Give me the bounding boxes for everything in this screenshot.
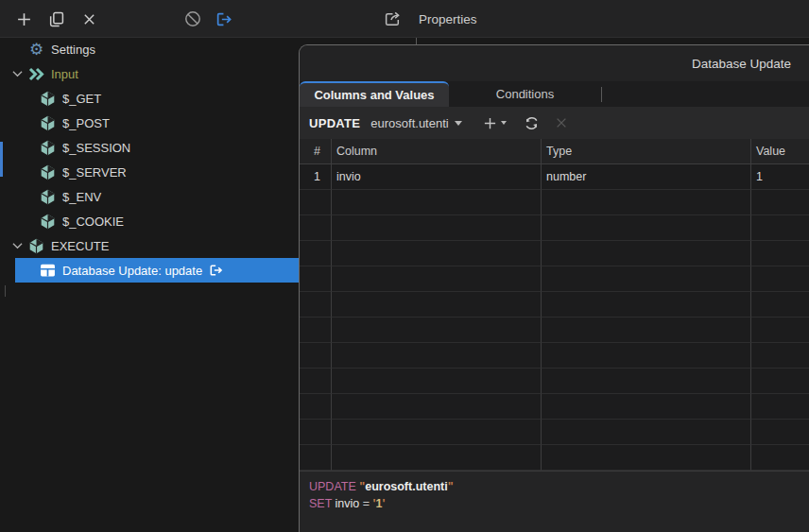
table-row[interactable]: 1 invio number 1 [300,164,809,190]
table-row-empty[interactable] [300,241,809,266]
cube-icon [40,164,56,180]
table-row-empty[interactable] [300,445,809,471]
cube-icon [28,238,44,254]
duplicate-button[interactable] [44,8,67,30]
refresh-button[interactable] [524,112,540,134]
tree-guide-line [5,285,6,297]
tree-item-label: EXECUTE [51,239,109,253]
table-icon [40,263,56,279]
tree-item-label: $_SERVER [62,165,127,180]
tab-conditions[interactable]: Conditions [449,81,601,107]
chevron-down-icon[interactable] [6,238,28,253]
table-select-dropdown[interactable]: eurosoft.utenti [370,116,461,130]
header-value[interactable]: Value [751,139,809,164]
plus-icon [16,11,32,27]
table-row-empty[interactable] [300,215,809,241]
cube-icon [40,189,56,205]
chevron-down-icon[interactable] [6,66,28,81]
copy-icon [48,11,64,27]
panel-title: Database Update [692,57,791,71]
table-row-empty[interactable] [300,292,809,317]
share-icon [384,10,402,27]
tree-item-session[interactable]: $_SESSION [0,135,299,160]
properties-label: Properties [419,0,477,38]
block-icon [184,10,201,27]
table-row-empty[interactable] [300,266,809,292]
tree-item-label: $_POST [62,116,110,130]
update-toolbar: UPDATE eurosoft.utenti [300,107,809,139]
exit-icon [215,11,233,27]
header-num: # [300,139,332,164]
cell-type[interactable]: number [542,164,751,190]
tree-item-label: Settings [51,43,95,57]
sql-line-1: UPDATE "eurosoft.utenti" [309,478,809,495]
tree-item-label: $_ENV [62,190,101,204]
tree-item-database-update[interactable]: Database Update: update [15,258,299,283]
panel-header: Database Update [300,45,809,81]
table-header-row: # Column Type Value [300,139,809,164]
columns-values-table: # Column Type Value 1 invio number 1 [300,139,809,471]
tree-item-env[interactable]: $_ENV [0,184,299,209]
tree-item-get[interactable]: $_GET [0,86,299,111]
main-toolbar: Properties [0,0,809,38]
table-row-empty[interactable] [300,369,809,394]
panel-tabs: Columns and Values Conditions [300,81,809,107]
table-row-empty[interactable] [300,190,809,215]
table-row-empty[interactable] [300,420,809,445]
exit-icon [209,264,224,277]
tree-item-post[interactable]: $_POST [0,111,299,135]
app-window: Properties ⚙ Settings Input $_GET [0,0,809,532]
tree-item-server[interactable]: $_SERVER [0,160,299,184]
cube-icon [40,91,56,107]
exit-action-button[interactable] [213,8,235,30]
tree-item-label: $_GET [62,92,101,106]
tree-item-input[interactable]: Input [0,61,299,86]
cell-value[interactable]: 1 [751,164,809,190]
disable-button[interactable] [181,8,204,30]
cube-icon [40,214,56,230]
tree-item-execute[interactable]: EXECUTE [0,233,299,258]
delete-button[interactable] [77,8,100,30]
table-name: eurosoft.utenti [370,116,448,130]
sql-preview: UPDATE "eurosoft.utenti" SET invio = '1' [300,471,809,532]
chevron-down-icon [501,121,507,125]
tab-columns-and-values[interactable]: Columns and Values [300,81,449,107]
properties-share-button[interactable] [381,8,404,30]
cell-num: 1 [300,164,332,190]
properties-panel: Database Update Columns and Values Condi… [299,44,809,532]
tree-item-label: $_COOKIE [62,215,124,229]
chevron-down-icon [455,121,462,126]
update-keyword: UPDATE [309,116,360,130]
cube-icon [40,115,56,131]
tree-item-settings[interactable]: ⚙ Settings [0,37,299,61]
double-chevron-icon [28,66,44,82]
gear-icon: ⚙ [28,42,44,58]
cell-column[interactable]: invio [332,164,542,190]
add-column-button[interactable] [483,112,507,134]
table-row-empty[interactable] [300,317,809,343]
tree-item-cookie[interactable]: $_COOKIE [0,209,299,233]
action-tree: ⚙ Settings Input $_GET $_POST [0,38,299,532]
cube-icon [40,140,56,156]
header-type[interactable]: Type [542,139,751,164]
table-row-empty[interactable] [300,343,809,369]
header-column[interactable]: Column [332,139,542,164]
close-icon [82,12,96,26]
tree-item-label: $_SESSION [62,141,130,155]
table-row-empty[interactable] [300,394,809,420]
add-button[interactable] [12,8,35,30]
sql-line-2: SET invio = '1' [309,495,809,512]
tab-separator [601,87,602,102]
tree-item-label: Database Update: update [62,264,202,278]
tree-item-label: Input [51,67,78,81]
remove-column-button[interactable] [555,112,568,134]
